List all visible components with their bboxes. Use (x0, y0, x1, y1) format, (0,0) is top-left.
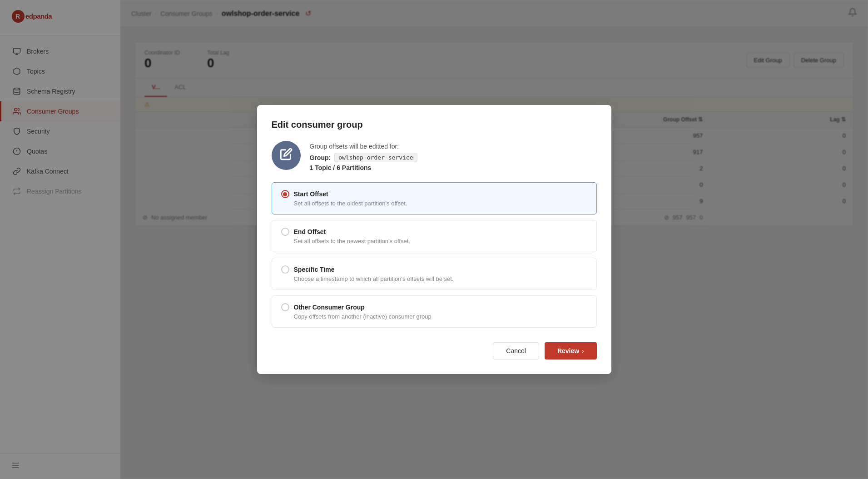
option-end-offset-desc: Set all offsets to the newest partition'… (294, 238, 587, 244)
chevron-right-icon: › (582, 348, 584, 354)
modal-info: Group offsets will be editted for: Group… (272, 141, 597, 171)
modal-partitions: 1 Topic / 6 Partitions (310, 164, 417, 171)
option-specific-time-label: Specific Time (294, 266, 335, 273)
option-end-offset[interactable]: End Offset Set all offsets to the newest… (272, 220, 597, 252)
option-start-offset[interactable]: Start Offset Set all offsets to the olde… (272, 182, 597, 215)
modal-group-row: Group: owlshop-order-service (310, 153, 417, 162)
radio-start-offset (281, 190, 289, 198)
modal-overlay: Edit consumer group Group offsets will b… (120, 0, 868, 479)
option-other-consumer-group-label: Other Consumer Group (294, 304, 365, 311)
option-other-consumer-group[interactable]: Other Consumer Group Copy offsets from a… (272, 295, 597, 328)
pencil-icon (280, 148, 293, 164)
option-specific-time-desc: Choose a timestamp to which all partitio… (294, 275, 587, 282)
modal-icon-circle (272, 141, 301, 170)
option-start-offset-desc: Set all offsets to the oldest partition'… (294, 200, 587, 207)
modal-group-label: Group: (310, 154, 331, 161)
option-start-offset-label: Start Offset (294, 190, 328, 198)
radio-end-offset (281, 228, 289, 236)
option-end-offset-label: End Offset (294, 228, 326, 235)
modal-info-text: Group offsets will be editted for: Group… (310, 141, 417, 171)
modal-subtitle: Group offsets will be editted for: (310, 143, 417, 150)
cancel-button[interactable]: Cancel (493, 342, 539, 359)
option-start-offset-header: Start Offset (281, 190, 587, 198)
edit-consumer-group-modal: Edit consumer group Group offsets will b… (257, 105, 611, 374)
option-other-consumer-group-header: Other Consumer Group (281, 303, 587, 311)
review-label: Review (557, 347, 579, 354)
option-specific-time-header: Specific Time (281, 265, 587, 274)
radio-other-consumer-group (281, 303, 289, 311)
modal-group-name: owlshop-order-service (334, 153, 417, 162)
modal-title: Edit consumer group (272, 120, 597, 130)
offset-options: Start Offset Set all offsets to the olde… (272, 182, 597, 328)
option-specific-time[interactable]: Specific Time Choose a timestamp to whic… (272, 258, 597, 290)
main-area: Cluster › Consumer Groups › owlshop-orde… (120, 0, 868, 479)
radio-specific-time (281, 265, 289, 274)
option-end-offset-header: End Offset (281, 228, 587, 236)
option-other-consumer-group-desc: Copy offsets from another (inactive) con… (294, 313, 587, 320)
review-button[interactable]: Review › (545, 342, 597, 359)
modal-footer: Cancel Review › (272, 342, 597, 359)
